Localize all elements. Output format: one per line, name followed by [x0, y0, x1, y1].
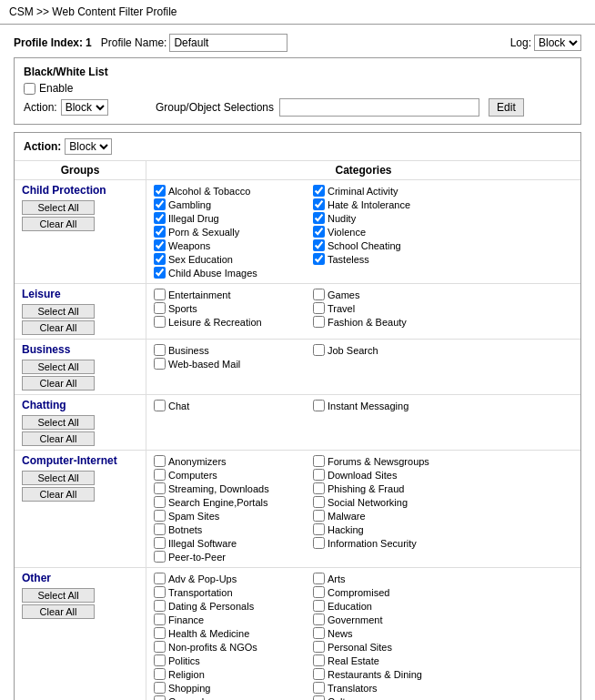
leisure-select-all[interactable]: Select All	[22, 304, 95, 319]
action-bar: Action: Block Allow	[15, 133, 580, 161]
group-object-input[interactable]	[279, 98, 479, 117]
business-select-all[interactable]: Select All	[22, 360, 95, 374]
list-item: Search Engine,Portals	[152, 495, 311, 509]
child-protection-clear-all[interactable]: Clear All	[22, 217, 95, 231]
list-item: Sports	[152, 301, 311, 315]
chatting-select-all[interactable]: Select All	[22, 415, 95, 430]
list-item: Hate & Intolerance	[311, 198, 470, 211]
list-item: Criminal Activity	[311, 184, 470, 198]
list-item: Finance	[152, 613, 311, 626]
business-categories: Business Job Search Web-based Mail	[146, 340, 580, 394]
business-section: Business Select All Clear All Business J…	[15, 340, 580, 395]
list-item: Social Networking	[311, 495, 470, 509]
categories-header: Categories	[146, 161, 580, 179]
list-item: Instant Messaging	[311, 399, 470, 412]
leisure-section: Leisure Select All Clear All Entertainme…	[15, 284, 580, 340]
list-item: Travel	[311, 301, 470, 315]
list-item: Botnets	[152, 522, 311, 536]
bw-action-select[interactable]: Block Allow	[61, 99, 108, 116]
list-item: School Cheating	[311, 238, 470, 252]
list-item: Hacking	[311, 522, 470, 536]
list-item: Real Estate	[311, 654, 470, 667]
profile-index-label: Profile Index:	[14, 36, 83, 49]
main-filter-box: Action: Block Allow Groups Categories Ch…	[14, 132, 581, 700]
list-item: Forums & Newsgroups	[311, 454, 470, 468]
list-item: Web-based Mail	[152, 357, 311, 370]
chatting-label: Chatting	[22, 399, 138, 411]
child-protection-select-all[interactable]: Select All	[22, 200, 95, 215]
profile-name-input[interactable]	[169, 34, 287, 52]
log-select[interactable]: Block Allow None	[534, 35, 581, 51]
bw-enable-checkbox[interactable]	[24, 83, 35, 95]
bw-list-box: Black/White List Enable Action: Block Al…	[14, 57, 581, 125]
list-item: Porn & Sexually	[152, 225, 311, 238]
other-group: Other Select All Clear All	[15, 568, 146, 700]
list-item: Chat	[152, 399, 311, 412]
list-item: Personal Sites	[311, 640, 470, 654]
list-item: Business	[152, 343, 311, 357]
profile-name-label: Profile Name:	[101, 36, 167, 49]
chatting-clear-all[interactable]: Clear All	[22, 431, 95, 446]
list-item: Arts	[311, 572, 470, 585]
chatting-group: Chatting Select All Clear All	[15, 395, 146, 450]
list-item: Transportation	[152, 585, 311, 599]
groups-header: Groups	[15, 161, 146, 179]
list-item: Leisure & Recreation	[152, 315, 311, 329]
list-item: Sex Education	[152, 252, 311, 266]
list-item: Politics	[152, 654, 311, 667]
list-item: Illegal Software	[152, 536, 311, 550]
computer-internet-group: Computer-Internet Select All Clear All	[15, 451, 146, 567]
child-protection-categories: Alcohol & Tobacco Criminal Activity Gamb…	[146, 180, 580, 283]
breadcrumb-text: CSM >> Web Content Filter Profile	[9, 5, 177, 18]
page-header: CSM >> Web Content Filter Profile	[0, 0, 595, 25]
computer-internet-select-all[interactable]: Select All	[22, 471, 95, 485]
list-item: Non-profits & NGOs	[152, 640, 311, 654]
list-item: Anonymizers	[152, 454, 311, 468]
list-item: Computers	[152, 468, 311, 482]
computer-internet-label: Computer-Internet	[22, 454, 138, 467]
leisure-clear-all[interactable]: Clear All	[22, 320, 95, 335]
table-header: Groups Categories	[15, 161, 580, 180]
other-categories: Adv & Pop-Ups Arts Transportation Compro…	[146, 568, 580, 700]
list-item: Compromised	[311, 585, 470, 599]
computer-internet-section: Computer-Internet Select All Clear All A…	[15, 451, 580, 568]
child-protection-section: Child Protection Select All Clear All Al…	[15, 180, 580, 284]
list-item: Adv & Pop-Ups	[152, 572, 311, 585]
list-item: Streaming, Downloads	[152, 482, 311, 495]
business-clear-all[interactable]: Clear All	[22, 376, 95, 391]
list-item: Games	[311, 288, 470, 301]
list-item: Illegal Drug	[152, 211, 311, 225]
chatting-section: Chatting Select All Clear All Chat Insta…	[15, 395, 580, 451]
list-item: Entertainment	[152, 288, 311, 301]
list-item: Restaurants & Dining	[311, 667, 470, 681]
list-item: Phishing & Fraud	[311, 482, 470, 495]
business-label: Business	[22, 343, 138, 356]
list-item: Job Search	[311, 343, 470, 357]
profile-index-value: 1	[86, 36, 92, 49]
list-item: Religion	[152, 667, 311, 681]
list-item: Shopping	[152, 681, 311, 695]
list-item: Child Abuse Images	[152, 266, 311, 279]
list-item: Gambling	[152, 198, 311, 211]
list-item: Malware	[311, 509, 470, 522]
list-item: Alcohol & Tobacco	[152, 184, 311, 198]
bw-enable-label: Enable	[39, 82, 73, 95]
list-item: Translators	[311, 681, 470, 695]
other-clear-all[interactable]: Clear All	[22, 604, 95, 619]
list-item: News	[311, 626, 470, 640]
list-item: General	[152, 695, 311, 700]
child-protection-group: Child Protection Select All Clear All	[15, 180, 146, 283]
edit-button[interactable]: Edit	[489, 98, 524, 117]
log-label: Log:	[510, 36, 531, 49]
list-item: Health & Medicine	[152, 626, 311, 640]
list-item: Spam Sites	[152, 509, 311, 522]
list-item: Weapons	[152, 238, 311, 252]
action-bar-label: Action:	[24, 140, 61, 153]
list-item: Violence	[311, 225, 470, 238]
other-select-all[interactable]: Select All	[22, 588, 95, 603]
list-item: Tasteless	[311, 252, 470, 266]
bw-title: Black/White List	[24, 66, 571, 78]
other-label: Other	[22, 572, 138, 584]
main-action-select[interactable]: Block Allow	[65, 138, 112, 155]
computer-internet-clear-all[interactable]: Clear All	[22, 487, 95, 502]
